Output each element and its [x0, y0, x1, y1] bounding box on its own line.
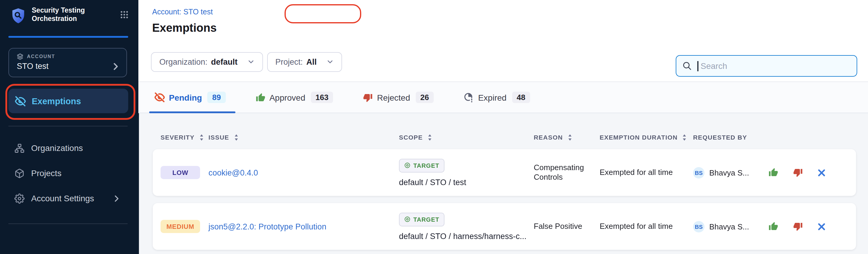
text-caret [697, 61, 698, 71]
duration-cell: Exempted for all time [600, 222, 693, 231]
exemption-status-tabs: Pending 89 Approved 163 Rejected 26 [138, 82, 868, 113]
tab-label: Approved [269, 93, 305, 102]
chevron-right-icon [114, 195, 119, 201]
table-row[interactable]: LOW cookie@0.4.0 TARGET default / STO / … [153, 149, 856, 196]
sidebar-item-label: Organizations [31, 143, 83, 153]
requester-name: Bhavya S... [709, 222, 749, 231]
project-filter-dropdown[interactable]: Project: All [267, 52, 342, 72]
project-filter-label: Project: [275, 57, 303, 66]
tab-label: Pending [169, 93, 202, 102]
sidebar-item-projects[interactable]: Projects [0, 161, 138, 186]
tab-expired[interactable]: Expired 48 [464, 82, 530, 113]
requested-by-cell: BS Bhavya S... [693, 221, 768, 232]
sort-icon [427, 133, 433, 141]
main-content: Account: STO test Exemptions Organizatio… [138, 0, 868, 254]
eye-off-icon [155, 92, 165, 102]
sidebar: Security Testing Orchestration ACCOUNT S… [0, 0, 139, 254]
page-header: Account: STO test Exemptions [138, 0, 868, 42]
cancel-button[interactable] [818, 169, 826, 177]
sort-icon [233, 133, 239, 141]
cancel-button[interactable] [818, 223, 826, 230]
sidebar-menu: Organizations Projects Account Settings [0, 135, 138, 211]
account-scope-label: ACCOUNT [27, 54, 55, 59]
scope-cell: TARGET default / STO / test [399, 158, 534, 187]
page-title: Exemptions [152, 22, 217, 35]
column-header-reason[interactable]: REASON [534, 133, 600, 141]
chevron-right-icon [113, 63, 119, 70]
reason-cell: Compensating Controls [534, 163, 600, 182]
organization-filter-value: default [211, 57, 238, 66]
thumbs-down-icon [793, 222, 803, 231]
sidebar-item-label: Exemptions [32, 96, 81, 106]
organization-filter-dropdown[interactable]: Organization: default [151, 52, 263, 72]
tab-count-badge: 48 [512, 92, 530, 103]
tab-pending[interactable]: Pending 89 [155, 82, 225, 113]
tab-count-badge: 26 [415, 92, 434, 103]
breadcrumb-account-link[interactable]: Account: STO test [152, 8, 213, 16]
reject-button[interactable] [793, 168, 803, 177]
table-header-row: SEVERITY ISSUE SCOPE REASON EXEMPTION DU… [153, 132, 856, 142]
chevron-down-icon [247, 58, 254, 65]
scope-type-badge: TARGET [399, 158, 445, 172]
avatar: BS [693, 221, 705, 232]
requester-name: Bhavya S... [709, 168, 749, 177]
thumbs-down-icon [793, 168, 803, 177]
column-header-severity[interactable]: SEVERITY [160, 133, 209, 141]
close-icon [818, 169, 826, 177]
column-header-scope[interactable]: SCOPE [399, 133, 534, 141]
tab-label: Rejected [377, 93, 410, 102]
tab-count-badge: 89 [207, 92, 225, 103]
scope-path: default / STO / test [399, 178, 534, 187]
sidebar-item-label: Account Settings [31, 193, 94, 203]
target-icon [404, 216, 410, 222]
target-icon [404, 162, 410, 168]
sidebar-divider [8, 223, 128, 224]
sidebar-divider [8, 126, 128, 126]
severity-badge: LOW [160, 166, 200, 179]
severity-badge: MEDIUM [160, 220, 200, 233]
thumbs-up-icon [769, 168, 778, 177]
sidebar-item-organizations[interactable]: Organizations [0, 135, 138, 161]
sort-icon [198, 133, 204, 141]
reason-cell: False Positive [534, 222, 600, 231]
duration-cell: Exempted for all time [600, 168, 693, 177]
avatar: BS [693, 167, 705, 178]
issue-link[interactable]: json5@2.2.0: Prototype Pollution [209, 222, 327, 231]
tab-rejected[interactable]: Rejected 26 [363, 82, 434, 113]
sort-icon [682, 133, 687, 141]
reject-button[interactable] [793, 222, 803, 231]
scope-cell: TARGET default / STO / harness/harness-c… [399, 212, 534, 241]
project-filter-value: All [306, 57, 317, 66]
cube-icon [14, 168, 25, 178]
column-header-issue[interactable]: ISSUE [209, 133, 399, 141]
requested-by-cell: BS Bhavya S... [693, 167, 768, 178]
app-title: Security Testing Orchestration [32, 7, 102, 23]
sidebar-accent-divider [8, 36, 128, 37]
approve-button[interactable] [769, 168, 778, 177]
sidebar-item-exemptions[interactable]: Exemptions [8, 89, 128, 113]
org-chart-icon [14, 143, 25, 153]
sidebar-item-label: Projects [31, 168, 61, 178]
organization-filter-label: Organization: [159, 57, 208, 66]
table-row[interactable]: MEDIUM json5@2.2.0: Prototype Pollution … [153, 203, 856, 250]
search-box[interactable] [676, 55, 857, 77]
thumbs-up-icon [255, 93, 265, 102]
app-grid-icon[interactable] [120, 11, 128, 19]
search-icon [682, 61, 692, 71]
chevron-down-icon [326, 58, 333, 65]
filter-bar: Organization: default Project: All [138, 42, 868, 82]
app-logo-row: Security Testing Orchestration [11, 7, 128, 25]
column-header-requested-by: REQUESTED BY [693, 134, 768, 141]
issue-link[interactable]: cookie@0.4.0 [209, 168, 258, 177]
column-header-exemption-duration[interactable]: EXEMPTION DURATION [600, 133, 693, 141]
tab-approved[interactable]: Approved 163 [255, 82, 333, 113]
row-actions [768, 222, 856, 231]
search-input[interactable] [700, 61, 850, 71]
scope-type-badge: TARGET [399, 212, 445, 226]
sidebar-item-account-settings[interactable]: Account Settings [0, 186, 138, 211]
screen: Security Testing Orchestration ACCOUNT S… [0, 0, 868, 254]
tab-label: Expired [478, 93, 506, 102]
account-scope-selector[interactable]: ACCOUNT STO test [8, 48, 127, 77]
row-actions [768, 168, 856, 177]
approve-button[interactable] [769, 222, 778, 231]
